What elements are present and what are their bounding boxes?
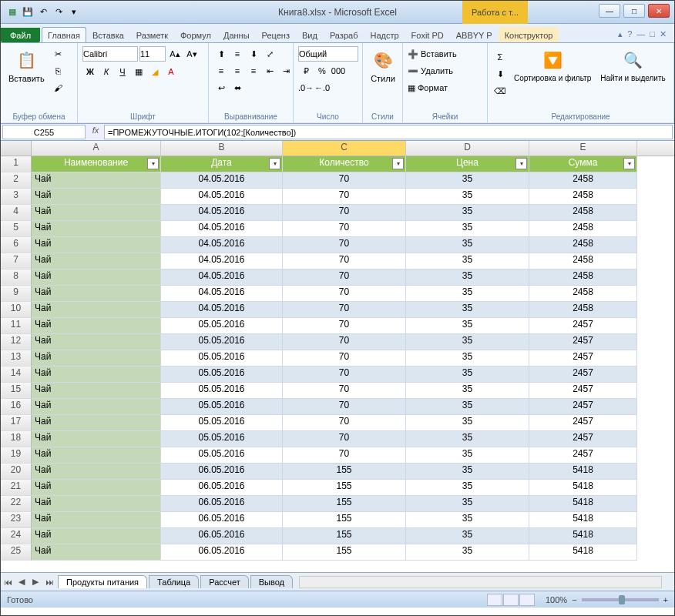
col-header-e[interactable]: E bbox=[529, 141, 637, 156]
cell[interactable]: Чай bbox=[32, 350, 161, 367]
tab-constructor[interactable]: Конструктор bbox=[499, 27, 559, 42]
cell[interactable]: 70 bbox=[283, 399, 406, 415]
cell[interactable]: 04.05.2016 bbox=[161, 221, 283, 237]
row-header[interactable]: 20 bbox=[1, 464, 32, 480]
cell[interactable]: Чай bbox=[32, 286, 161, 302]
cell[interactable]: 35 bbox=[406, 205, 529, 221]
cell[interactable]: Чай bbox=[32, 270, 161, 286]
increase-font-icon[interactable]: A▴ bbox=[167, 46, 183, 62]
save-icon[interactable]: 💾 bbox=[21, 5, 35, 19]
cell[interactable]: 04.05.2016 bbox=[161, 253, 283, 270]
row-header[interactable]: 4 bbox=[1, 205, 32, 221]
cell[interactable]: 2458 bbox=[529, 205, 637, 221]
clear-icon[interactable]: ⌫ bbox=[492, 83, 508, 99]
file-tab[interactable]: Файл bbox=[1, 28, 40, 42]
cell[interactable]: 35 bbox=[406, 221, 529, 237]
filter-icon[interactable]: ▾ bbox=[269, 158, 280, 169]
row-header[interactable]: 24 bbox=[1, 528, 32, 544]
col-header-b[interactable]: B bbox=[161, 141, 283, 156]
cell[interactable]: 2457 bbox=[529, 367, 637, 383]
cell[interactable]: 70 bbox=[283, 221, 406, 237]
workbook-restore-icon[interactable]: □ bbox=[650, 29, 655, 39]
col-header-a[interactable]: A bbox=[32, 141, 161, 156]
font-size-select[interactable] bbox=[139, 46, 166, 62]
formula-input[interactable] bbox=[104, 125, 673, 139]
table-header-3[interactable]: Цена▾ bbox=[406, 156, 529, 172]
bold-button[interactable]: Ж bbox=[82, 64, 98, 79]
cell[interactable]: 70 bbox=[283, 237, 406, 253]
font-color-icon[interactable]: A bbox=[163, 64, 179, 79]
cell[interactable]: Чай bbox=[32, 383, 161, 399]
cell[interactable]: 35 bbox=[406, 350, 529, 367]
cell[interactable]: 70 bbox=[283, 189, 406, 205]
cell[interactable]: Чай bbox=[32, 399, 161, 415]
redo-icon[interactable]: ↷ bbox=[52, 5, 65, 19]
cell[interactable]: Чай bbox=[32, 447, 161, 464]
cell[interactable]: 155 bbox=[283, 496, 406, 512]
view-normal-icon[interactable] bbox=[487, 594, 502, 606]
sheet-tab-1[interactable]: Таблица bbox=[149, 575, 199, 588]
cell[interactable]: 2458 bbox=[529, 172, 637, 189]
cell[interactable]: 04.05.2016 bbox=[161, 302, 283, 318]
cell[interactable]: 35 bbox=[406, 496, 529, 512]
cell[interactable]: 70 bbox=[283, 334, 406, 350]
cell[interactable]: 2457 bbox=[529, 318, 637, 334]
cell[interactable]: 35 bbox=[406, 544, 529, 561]
row-header[interactable]: 12 bbox=[1, 334, 32, 350]
view-page-break-icon[interactable] bbox=[519, 594, 535, 606]
cell[interactable]: 70 bbox=[283, 367, 406, 383]
col-header-c[interactable]: C bbox=[283, 141, 406, 156]
table-header-0[interactable]: Наименование▾ bbox=[32, 156, 161, 172]
cell[interactable]: 05.05.2016 bbox=[161, 447, 283, 464]
cell[interactable]: 70 bbox=[283, 270, 406, 286]
cell[interactable]: 35 bbox=[406, 318, 529, 334]
cell[interactable]: Чай bbox=[32, 367, 161, 383]
fx-icon[interactable]: fx bbox=[87, 124, 104, 140]
cell[interactable]: 155 bbox=[283, 544, 406, 561]
currency-icon[interactable]: ₽ bbox=[298, 63, 314, 79]
cell[interactable]: 35 bbox=[406, 189, 529, 205]
cell[interactable]: 05.05.2016 bbox=[161, 318, 283, 334]
cell[interactable]: 05.05.2016 bbox=[161, 350, 283, 367]
decrease-decimal-icon[interactable]: ←.0 bbox=[314, 80, 330, 95]
wrap-text-icon[interactable]: ↩ bbox=[213, 80, 229, 95]
sort-filter-button[interactable]: 🔽 Сортировка и фильтр bbox=[511, 46, 594, 84]
cell[interactable]: 2458 bbox=[529, 302, 637, 318]
cell[interactable]: 35 bbox=[406, 512, 529, 528]
cell[interactable]: 70 bbox=[283, 350, 406, 367]
percent-icon[interactable]: % bbox=[314, 63, 330, 79]
cell[interactable]: Чай bbox=[32, 237, 161, 253]
undo-icon[interactable]: ↶ bbox=[36, 5, 50, 19]
table-header-2[interactable]: Количество▾ bbox=[283, 156, 406, 172]
cell[interactable]: 05.05.2016 bbox=[161, 367, 283, 383]
cell[interactable]: 06.05.2016 bbox=[161, 464, 283, 480]
cell[interactable]: 04.05.2016 bbox=[161, 172, 283, 189]
row-header[interactable]: 9 bbox=[1, 286, 32, 302]
cell[interactable]: 04.05.2016 bbox=[161, 189, 283, 205]
cell[interactable]: 06.05.2016 bbox=[161, 480, 283, 496]
select-all-corner[interactable] bbox=[1, 141, 32, 156]
format-cells-button[interactable]: ▦ Формат bbox=[408, 80, 457, 95]
cell[interactable]: 35 bbox=[406, 286, 529, 302]
sheet-nav-last-icon[interactable]: ⏭ bbox=[43, 576, 55, 588]
zoom-level[interactable]: 100% bbox=[546, 595, 567, 604]
align-bottom-icon[interactable]: ⬇ bbox=[246, 46, 261, 62]
tab-abbyy[interactable]: ABBYY P bbox=[450, 27, 499, 42]
zoom-slider[interactable] bbox=[582, 598, 659, 601]
cell[interactable]: Чай bbox=[32, 431, 161, 447]
cell[interactable]: Чай bbox=[32, 464, 161, 480]
cell[interactable]: Чай bbox=[32, 512, 161, 528]
row-header[interactable]: 21 bbox=[1, 480, 32, 496]
cell[interactable]: Чай bbox=[32, 302, 161, 318]
cell[interactable]: 35 bbox=[406, 528, 529, 544]
cell[interactable]: 2457 bbox=[529, 383, 637, 399]
align-left-icon[interactable]: ≡ bbox=[213, 63, 229, 79]
cell[interactable]: 2458 bbox=[529, 221, 637, 237]
row-header[interactable]: 6 bbox=[1, 237, 32, 253]
sheet-nav-prev-icon[interactable]: ◀ bbox=[15, 576, 28, 588]
cell[interactable]: 70 bbox=[283, 415, 406, 431]
comma-icon[interactable]: 000 bbox=[331, 63, 346, 79]
align-center-icon[interactable]: ≡ bbox=[230, 63, 245, 79]
filter-icon[interactable]: ▾ bbox=[147, 158, 159, 169]
cell[interactable]: 2457 bbox=[529, 334, 637, 350]
